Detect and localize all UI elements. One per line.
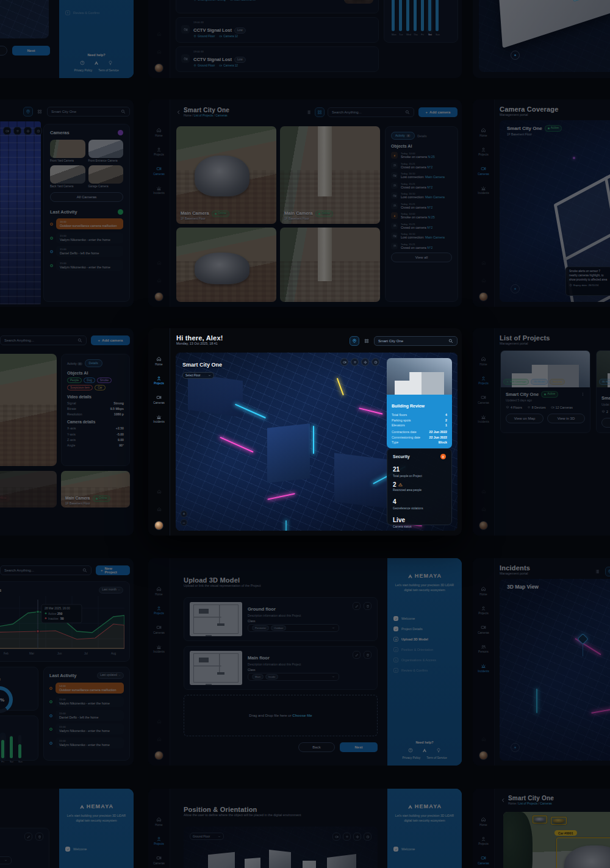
view-button[interactable] [601,418,610,428]
floor-select[interactable]: Ground Floor [190,833,224,840]
3d-model-viewport[interactable] [0,0,49,38]
chip-car[interactable]: Car [95,385,105,390]
step-position[interactable]: 4Position & Orientation [393,645,456,655]
camera-thumb[interactable]: Front Entrance Camera [88,140,124,162]
floorplan-viewport[interactable]: Apartment 76 [479,0,610,72]
step-welcome[interactable]: Welcome [65,844,127,855]
event-link[interactable]: N°2 [427,226,432,229]
sidebar-item-projects[interactable]: Projects [154,606,164,615]
avatar[interactable] [479,521,488,530]
sidebar-item-incidents[interactable]: Incidents [478,414,489,424]
sidebar-item-cameras[interactable]: Cameras [478,855,489,865]
event-row[interactable]: Today, 16:10Lost connection: Main Camera [391,232,452,239]
activity-row[interactable]: 15:00Daniel Deffo - left the home [49,710,124,721]
camera-tile[interactable] [176,228,276,302]
move-icon[interactable] [361,358,369,366]
tab-activity[interactable]: Activity8 [391,132,415,140]
sidebar-item-cameras[interactable]: Cameras [153,395,165,404]
sidebar-item-cameras[interactable]: Cameras [153,625,165,634]
clock-icon[interactable] [364,833,371,841]
event-link[interactable]: N°2 [427,165,432,169]
add-camera-button[interactable]: +Add camera [91,335,130,345]
event-row[interactable]: Today, 15:21Crowd on camera N°2 [391,223,452,229]
back-icon[interactable] [501,798,506,803]
camera-tile[interactable]: Main Camera Online1F Basement Floor [280,126,380,224]
camera-icon[interactable] [3,127,11,135]
all-cameras-button[interactable]: All Cameras [50,192,123,202]
avatar[interactable] [154,751,163,760]
event-link[interactable]: Main Camera [425,195,445,199]
grid-view-button[interactable] [315,107,325,117]
activity-row[interactable]: 16:00Outdoor surveillance camera malfuct… [50,218,123,229]
list-view-button[interactable] [592,567,602,576]
wifi-icon[interactable] [13,127,21,135]
event-row[interactable]: Today, 14:00Smoke on camera N:25 [391,212,452,219]
terms-link[interactable]: Term of Service [426,756,447,759]
step-organisations[interactable]: 5Organisations & Access [393,655,456,665]
sidebar-item-projects[interactable]: Projects [154,376,164,386]
event-link[interactable]: N°2 [427,206,432,209]
move-icon[interactable] [24,127,32,135]
add-camera-button[interactable]: +Add camera [418,107,458,117]
location-pin-button[interactable] [23,107,33,117]
choose-file-link[interactable]: Choose file [292,714,312,717]
edit-icon[interactable] [353,651,361,659]
sidebar-item-projects[interactable]: Projects [478,606,489,615]
sidebar-item-incidents[interactable]: Incidents [153,414,164,424]
sidebar-item-cameras[interactable]: Cameras [153,166,165,176]
period-select[interactable]: Last month [99,587,123,594]
event-row[interactable]: Today, 16:10Lost connection: Main Camera [391,192,452,199]
event-link[interactable]: N:25 [428,215,434,219]
view-all-button[interactable]: View all [391,253,452,262]
breadcrumb[interactable]: Home / List of Projects / Cameras [508,802,554,805]
grid-view-button[interactable] [362,336,371,346]
sidebar-item-home[interactable]: Home [155,817,162,827]
clock-icon[interactable] [34,127,42,135]
event-row[interactable]: Today, 15:21Crowd on camera N°2 [391,203,452,209]
clock-icon[interactable] [371,358,379,366]
next-button[interactable]: Next [340,742,378,752]
chip-people[interactable]: People [67,378,82,383]
new-project-button[interactable]: +New Project [96,565,130,575]
chip-suspicious[interactable]: Suspicious item [67,385,93,390]
event-link[interactable]: Main Camera [425,235,445,239]
search-input[interactable]: Search Anything... [0,335,87,345]
tab-details[interactable]: Details [417,134,426,138]
sidebar-item-home[interactable]: Home [479,356,487,366]
privacy-policy-link[interactable]: Privacy Policy [402,756,420,759]
search-input[interactable]: Smart City One [47,107,130,117]
trash-icon[interactable] [35,833,43,841]
sidebar-item-cameras[interactable]: Cameras [478,166,489,176]
sidebar-item-cameras[interactable]: Cameras [478,395,489,404]
sidebar-item-home[interactable]: Home [155,127,162,137]
camera-thumb[interactable]: Front Yard Camera [50,140,85,162]
step-welcome[interactable]: Welcome [393,844,456,855]
wifi-icon[interactable] [343,833,351,841]
activity-row[interactable]: 15:00Vadym Nikonenko - enter the home [49,696,124,707]
question-icon[interactable] [408,748,413,753]
model-viewport[interactable]: Ground Floor [184,827,378,868]
sidebar-item-projects[interactable]: Projects [478,376,489,386]
question-icon[interactable] [80,60,85,65]
event-row[interactable]: Today, 15:21Crowd on camera N°2 [391,243,452,249]
edit-icon[interactable] [24,833,32,841]
back-button[interactable]: Back [0,46,7,56]
class-select[interactable]: Main Inside [248,673,339,681]
view-in-3d-button[interactable]: View in 3D [547,414,585,423]
alert-camera[interactable]: Main Camera N7 [230,0,256,1]
event-row[interactable]: Today, 14:00Smoke on camera N:25 [391,152,452,159]
sidebar-item-projects[interactable]: Projects [478,836,489,846]
tab-details[interactable]: Details [85,359,102,367]
dropzone[interactable]: Drag and Drop file here or Choose file [184,695,378,736]
activity-row[interactable]: 15:00Vadym Nikonenko - enter the home [49,737,124,748]
floorplan-thumb[interactable] [190,602,242,636]
sidebar-item-home[interactable]: Home [479,817,487,827]
bar-highlighted[interactable] [1,735,4,758]
grid-view-button[interactable] [35,107,45,117]
project-card-partial[interactable]: 3D Model Sma Updat 2 [596,350,610,433]
terms-link[interactable]: Term of Service [98,69,118,72]
alert-thumbnail[interactable] [344,0,373,4]
map-view-button[interactable] [605,567,610,576]
alert-location[interactable]: Underground Parking [193,0,226,1]
trash-icon[interactable] [364,651,371,659]
